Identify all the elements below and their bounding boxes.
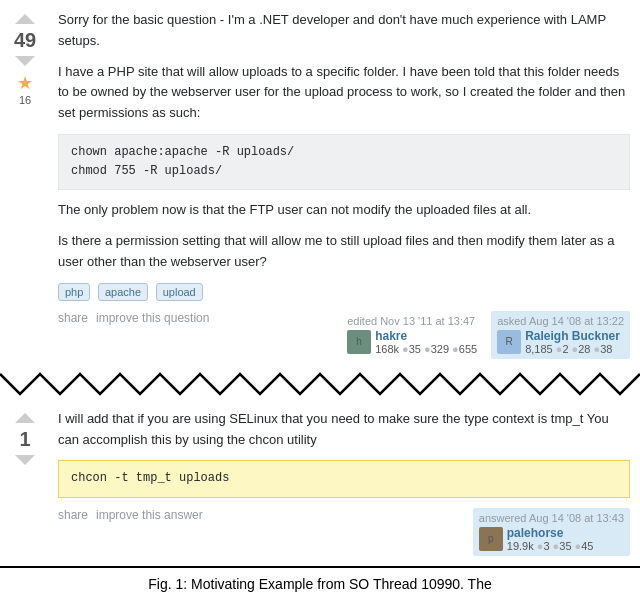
question-text-1: Sorry for the basic question - I'm a .NE… [58,10,630,52]
question-editor-rep: 168k ●35 ●329 ●655 [375,343,477,355]
answer-action-links: share improve this answer [58,508,203,522]
question-vote-count: 49 [14,28,36,52]
answer-answered-card: answered Aug 14 '08 at 13:43 p palehorse… [473,508,630,556]
answer-answered-time: answered Aug 14 '08 at 13:43 [479,512,624,524]
answer-vote-count: 1 [19,427,30,451]
question-text-4: Is there a permission setting that will … [58,231,630,273]
answer-code-block: chcon -t tmp_t uploads [58,460,630,497]
answer-improve-link[interactable]: improve this answer [96,508,203,522]
answer-upvote-button[interactable] [15,413,35,423]
question-editor-avatar: h [347,330,371,354]
answer-actions: share improve this answer answered Aug 1… [58,508,630,556]
answer-user-cards: answered Aug 14 '08 at 13:43 p palehorse… [473,508,630,556]
question-favorite-star[interactable]: ★ [17,72,33,94]
question-user-cards: edited Nov 13 '11 at 13:47 h hakre 168k … [341,311,630,359]
answer-answerer-rep: 19.9k ●3 ●35 ●45 [507,540,594,552]
question-vote-column: 49 ★ 16 [0,10,50,359]
question-post: 49 ★ 16 Sorry for the basic question - I… [0,0,640,369]
answer-vote-column: 1 [0,409,50,556]
question-improve-link[interactable]: improve this question [96,311,209,325]
question-upvote-button[interactable] [15,14,35,24]
question-asker-rep: 8,185 ●2 ●28 ●38 [525,343,620,355]
question-edited-info: h hakre 168k ●35 ●329 ●655 [347,329,477,355]
question-asker-avatar: R [497,330,521,354]
question-favorite-count: 16 [19,94,31,106]
answer-share-link[interactable]: share [58,508,88,522]
answer-answerer-name[interactable]: palehorse [507,526,594,540]
question-asker-name[interactable]: Raleigh Buckner [525,329,620,343]
figure-caption: Fig. 1: Motivating Example from SO Threa… [0,566,640,592]
question-share-link[interactable]: share [58,311,88,325]
question-code-block: chown apache:apache -R uploads/ chmod 75… [58,134,630,190]
question-asked-time: asked Aug 14 '08 at 13:22 [497,315,624,327]
question-edited-time: edited Nov 13 '11 at 13:47 [347,315,477,327]
tag-upload[interactable]: upload [156,283,203,301]
question-tags: php apache upload [58,283,630,301]
answer-downvote-button[interactable] [15,455,35,465]
question-asked-info: R Raleigh Buckner 8,185 ●2 ●28 ●38 [497,329,624,355]
question-asked-card: asked Aug 14 '08 at 13:22 R Raleigh Buck… [491,311,630,359]
question-actions: share improve this question edited Nov 1… [58,311,630,359]
question-downvote-button[interactable] [15,56,35,66]
tag-php[interactable]: php [58,283,90,301]
zigzag-divider [0,369,640,399]
answer-answerer-avatar: p [479,527,503,551]
answer-body: I will add that if you are using SELinux… [50,409,630,556]
question-text-3: The only problem now is that the FTP use… [58,200,630,221]
answer-text: I will add that if you are using SELinux… [58,409,630,451]
question-text-2: I have a PHP site that will allow upload… [58,62,630,124]
question-body: Sorry for the basic question - I'm a .NE… [50,10,630,359]
question-action-links: share improve this question [58,311,209,325]
answer-post: 1 I will add that if you are using SELin… [0,399,640,566]
question-editor-name[interactable]: hakre [375,329,477,343]
answer-answered-info: p palehorse 19.9k ●3 ●35 ●45 [479,526,624,552]
caption-text: Fig. 1: Motivating Example from SO Threa… [148,576,491,592]
question-edited-card: edited Nov 13 '11 at 13:47 h hakre 168k … [341,311,483,359]
tag-apache[interactable]: apache [98,283,148,301]
